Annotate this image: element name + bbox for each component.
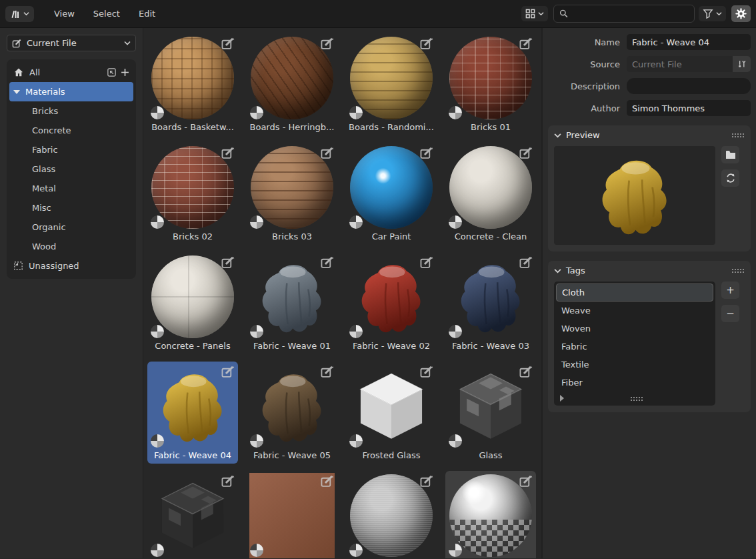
asset-tile-metal-brushed[interactable]: Metal - Brushed	[346, 471, 437, 558]
tags-panel-title: Tags	[566, 265, 727, 275]
asset-tile-bricks-03[interactable]: Bricks 03	[247, 143, 337, 245]
asset-tile-metal-chrome[interactable]: Metal - Chrome	[445, 471, 536, 558]
tag-item-fiber[interactable]: Fiber	[556, 374, 713, 392]
editable-asset-icon	[320, 364, 335, 379]
settings-toggle-button[interactable]	[731, 5, 751, 22]
catalog-item-all[interactable]: All	[9, 63, 133, 82]
asset-tile-fabric-weave-03[interactable]: Fabric - Weave 03	[445, 252, 536, 354]
asset-tile-boards-randomi[interactable]: Boards - Randomi...	[346, 33, 437, 135]
asset-label: Bricks 03	[249, 231, 335, 244]
grid-display-icon	[525, 9, 535, 19]
author-field[interactable]: Simon Thommes	[627, 100, 751, 116]
asset-tile-boards-herringb[interactable]: Boards - Herringb...	[247, 33, 337, 135]
add-catalog-icon[interactable]	[121, 68, 129, 77]
editable-asset-icon	[419, 36, 434, 51]
editable-asset-icon	[221, 474, 235, 488]
edit-pencil-icon	[12, 38, 22, 48]
display-mode-button[interactable]	[521, 6, 548, 21]
catalog-item-bricks[interactable]: Bricks	[9, 101, 133, 121]
menu-edit[interactable]: Edit	[131, 6, 163, 21]
description-field[interactable]	[627, 78, 751, 94]
list-resize-grip[interactable]	[630, 396, 643, 401]
name-field-label: Name	[548, 37, 627, 47]
asset-thumbnail	[149, 473, 236, 558]
editable-asset-icon	[519, 36, 533, 51]
asset-library-value: Current File	[27, 38, 119, 48]
material-type-icon	[250, 434, 263, 448]
tags-panel-header[interactable]: Tags	[548, 261, 751, 280]
add-tag-button[interactable]: +	[721, 282, 739, 299]
asset-tile-glass-dispersion[interactable]: Glass (Dispersion)	[147, 471, 238, 558]
asset-tile-bricks-02[interactable]: Bricks 02	[147, 143, 238, 245]
catalog-label: Bricks	[32, 106, 129, 116]
catalog-label: Fabric	[32, 145, 129, 155]
asset-tile-glass[interactable]: Glass	[445, 362, 536, 464]
asset-library-selector[interactable]: Current File	[7, 35, 136, 51]
remove-tag-button[interactable]: −	[721, 305, 739, 322]
asset-thumbnail	[447, 254, 534, 340]
asset-tile-fabric-weave-05[interactable]: Fabric - Weave 05	[247, 362, 337, 464]
refresh-preview-button[interactable]	[721, 169, 739, 187]
asset-tile-frosted-glass[interactable]: Frosted Glass	[346, 362, 437, 464]
material-type-icon	[250, 325, 263, 338]
editable-asset-icon	[221, 364, 235, 379]
material-type-icon	[250, 544, 263, 557]
asset-tile-concrete-clean[interactable]: Concrete - Clean	[445, 143, 536, 245]
asset-thumbnail	[249, 473, 335, 558]
asset-tile-fabric-weave-04[interactable]: Fabric - Weave 04	[147, 362, 238, 464]
asset-tile-human-skin[interactable]: Human Skin	[247, 471, 337, 558]
material-type-icon	[449, 106, 462, 119]
catalog-item-metal[interactable]: Metal	[9, 179, 133, 198]
search-box[interactable]	[553, 5, 695, 23]
catalog-item-wood[interactable]: Wood	[9, 237, 133, 256]
panel-drag-grip[interactable]	[731, 268, 745, 273]
material-type-icon	[449, 215, 462, 229]
catalog-item-unassigned[interactable]: Unassigned	[9, 256, 133, 275]
tag-item-woven[interactable]: Woven	[556, 320, 713, 338]
preview-panel-title: Preview	[566, 130, 727, 140]
asset-tile-boards-basketw[interactable]: Boards - Basketw...	[147, 33, 238, 135]
tags-list-footer	[556, 393, 713, 404]
asset-tile-car-paint[interactable]: Car Paint	[346, 143, 437, 245]
search-input[interactable]	[572, 9, 689, 19]
editor-type-button[interactable]	[5, 6, 34, 22]
asset-thumbnail	[149, 145, 236, 230]
tag-item-weave[interactable]: Weave	[556, 302, 713, 320]
asset-label: Bricks 01	[447, 122, 534, 135]
move-catalog-icon[interactable]	[107, 67, 117, 77]
catalog-item-glass[interactable]: Glass	[9, 159, 133, 179]
panel-drag-grip[interactable]	[731, 133, 745, 137]
load-preview-button[interactable]	[721, 146, 739, 163]
asset-tile-fabric-weave-01[interactable]: Fabric - Weave 01	[247, 252, 337, 354]
name-field[interactable]: Fabric - Weave 04	[627, 34, 751, 50]
asset-label: Concrete - Panels	[149, 341, 236, 354]
catalog-item-concrete[interactable]: Concrete	[9, 121, 133, 140]
asset-tile-fabric-weave-02[interactable]: Fabric - Weave 02	[346, 252, 437, 354]
expand-filter-icon[interactable]	[560, 395, 564, 402]
tag-item-cloth[interactable]: Cloth	[556, 284, 713, 302]
asset-tile-bricks-01[interactable]: Bricks 01	[445, 33, 536, 135]
asset-thumbnail	[249, 364, 335, 449]
asset-label: Concrete - Clean	[447, 231, 534, 244]
catalog-item-organic[interactable]: Organic	[9, 217, 133, 237]
material-type-icon	[250, 215, 263, 229]
search-icon	[559, 9, 569, 19]
menu-view[interactable]: View	[46, 6, 83, 21]
material-type-icon	[349, 434, 363, 448]
catalog-tree: AllMaterialsBricksConcreteFabricGlassMet…	[7, 59, 136, 279]
editable-asset-icon	[519, 255, 533, 269]
preview-panel-header[interactable]: Preview	[548, 125, 751, 145]
catalog-item-materials[interactable]: Materials	[9, 82, 133, 101]
material-type-icon	[151, 215, 164, 229]
catalog-item-fabric[interactable]: Fabric	[9, 140, 133, 159]
source-tool-button[interactable]	[733, 56, 751, 72]
tag-item-textile[interactable]: Textile	[556, 356, 713, 374]
asset-preview-image	[554, 146, 715, 245]
asset-tile-concrete-panels[interactable]: Concrete - Panels	[147, 252, 238, 354]
catalog-item-misc[interactable]: Misc	[9, 198, 133, 217]
menu-select[interactable]: Select	[85, 6, 128, 21]
asset-thumbnail	[348, 35, 435, 121]
tag-item-fabric[interactable]: Fabric	[556, 338, 713, 356]
asset-thumbnail	[249, 35, 335, 121]
filter-button[interactable]	[699, 6, 726, 21]
